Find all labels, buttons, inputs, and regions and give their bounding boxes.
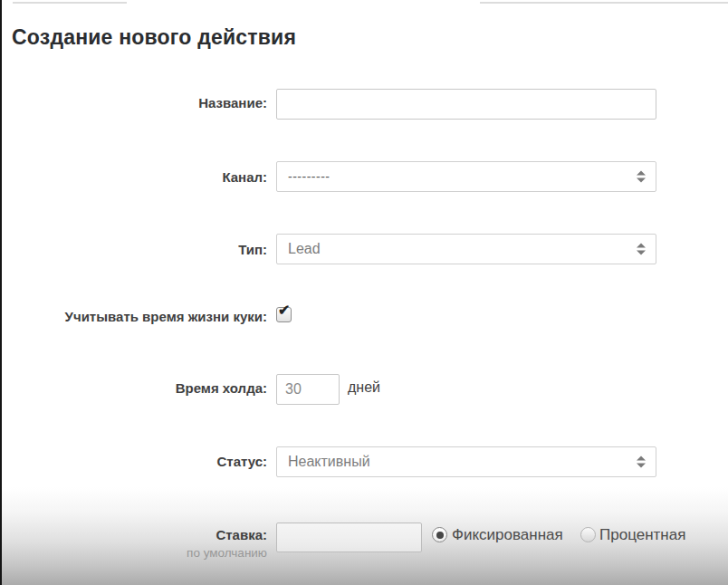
channel-select-value: --------- xyxy=(288,169,330,184)
rate-radio-percent[interactable] xyxy=(580,527,596,542)
window-left-edge xyxy=(0,0,2,585)
channel-label: Канал: xyxy=(0,169,267,185)
top-edge-fragment-right xyxy=(480,2,728,4)
rate-label: Ставка: xyxy=(0,527,267,542)
rate-radio-fixed[interactable] xyxy=(432,527,447,542)
page-title: Создание нового действия xyxy=(12,25,296,50)
type-select-value: Lead xyxy=(288,241,321,257)
create-action-page: Создание нового действия Название: Канал… xyxy=(0,0,728,585)
select-spinner-icon xyxy=(637,244,646,255)
status-select[interactable]: Неактивный xyxy=(276,446,656,477)
hold-time-input[interactable] xyxy=(276,374,340,405)
type-select[interactable]: Lead xyxy=(276,234,656,264)
cookie-lifetime-label: Учитывать время жизни куки: xyxy=(0,309,267,324)
type-label: Тип: xyxy=(0,242,267,257)
hold-time-label: Время холда: xyxy=(0,380,267,396)
name-label: Название: xyxy=(0,95,267,110)
form-area: Создание нового действия Название: Канал… xyxy=(0,0,728,585)
check-icon: ✔ xyxy=(278,303,290,318)
radio-dot-icon xyxy=(436,532,444,539)
channel-select[interactable]: --------- xyxy=(276,161,656,192)
select-spinner-icon xyxy=(637,171,646,183)
status-select-value: Неактивный xyxy=(288,454,370,470)
top-edge-fragment-left xyxy=(13,2,127,4)
rate-radio-percent-label: Процентная xyxy=(599,526,685,544)
rate-sublabel: по умолчанию xyxy=(0,546,267,560)
rate-radio-fixed-label: Фиксированная xyxy=(452,526,563,544)
status-label: Статус: xyxy=(0,454,267,469)
cookie-lifetime-checkbox[interactable]: ✔ xyxy=(276,307,292,322)
rate-input[interactable] xyxy=(276,523,422,552)
name-input[interactable] xyxy=(276,89,656,120)
hold-time-suffix: дней xyxy=(348,379,380,396)
select-spinner-icon xyxy=(637,456,646,468)
